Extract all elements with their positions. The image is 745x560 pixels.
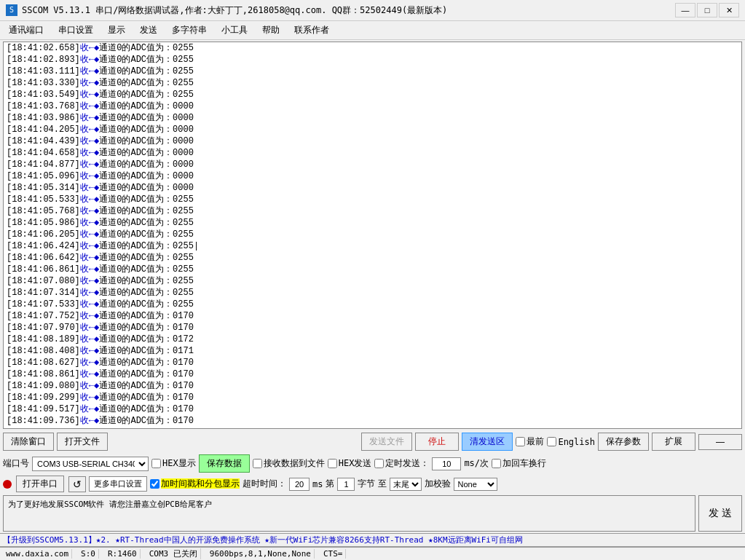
timed-ms-input[interactable]: 10 — [432, 457, 461, 470]
s-count-status: S:0 — [78, 549, 99, 559]
timestamp-label-text: 加时间戳和分包显示 — [161, 478, 240, 489]
send-file-button[interactable]: 发送文件 — [361, 433, 412, 451]
table-row: [18:41:07.970]收←◆通道0的ADC值为：0170 — [7, 322, 738, 334]
send-region-button[interactable]: 清发送区 — [462, 433, 513, 451]
last-checkbox[interactable] — [516, 437, 525, 446]
table-row: [18:41:04.205]收←◆通道0的ADC值为：0000 — [7, 124, 738, 135]
table-row: [18:41:04.439]收←◆通道0的ADC值为：0000 — [7, 135, 738, 147]
byte-input[interactable]: 1 — [337, 478, 355, 491]
table-row: [18:41:07.752]收←◆通道0的ADC值为：0170 — [7, 310, 738, 322]
table-row: [18:41:06.205]收←◆通道0的ADC值为：0255 — [7, 229, 738, 240]
return-checkbox[interactable] — [492, 459, 501, 468]
byte-unit-label: 字节 — [358, 478, 375, 490]
control-bar-3: 打开串口 ↺ 更多串口设置 加时间戳和分包显示 超时时间： 20 ms 第 1 … — [0, 474, 745, 494]
table-row: [18:41:05.096]收←◆通道0的ADC值为：0000 — [7, 170, 738, 182]
send-button[interactable]: 发 送 — [698, 495, 742, 532]
port-status-dot — [3, 480, 12, 489]
save-params-button[interactable]: 保存参数 — [598, 433, 649, 451]
table-row: [18:41:05.768]收←◆通道0的ADC值为：0255 — [7, 205, 738, 217]
table-row: [18:41:09.299]收←◆通道0的ADC值为：0170 — [7, 392, 738, 403]
hex-send-checkbox[interactable] — [328, 459, 337, 468]
table-row: [18:41:07.080]收←◆通道0的ADC值为：0255 — [7, 275, 738, 287]
open-port-label: 打开串口 — [23, 478, 58, 490]
menu-contact[interactable]: 联系作者 — [288, 23, 335, 38]
menu-tools[interactable]: 小工具 — [216, 23, 253, 38]
menu-send[interactable]: 发送 — [134, 23, 163, 38]
timed-send-checkbox[interactable] — [374, 459, 384, 468]
end-select[interactable]: 末尾 — [390, 478, 422, 491]
hex-display-label: HEX显示 — [162, 457, 196, 470]
menu-comm-port[interactable]: 通讯端口 — [3, 23, 50, 38]
stop-button[interactable]: 停止 — [415, 433, 459, 451]
port-status: COM3 已关闭 — [146, 548, 201, 559]
byte-label: 第 — [326, 478, 334, 490]
expand-button[interactable]: 扩展 — [652, 433, 695, 451]
baud-info-status: 9600bps,8,1,None,None — [207, 549, 315, 559]
clear-window-button[interactable]: 清除窗口 — [3, 433, 54, 451]
table-row: [18:41:08.408]收←◆通道0的ADC值为：0171 — [7, 345, 738, 357]
table-row: [18:41:07.533]收←◆通道0的ADC值为：0255 — [7, 299, 738, 310]
timeout-ms-label: ms — [312, 479, 323, 489]
hex-send-wrap: HEX发送 — [328, 457, 372, 470]
table-row: [18:41:03.986]收←◆通道0的ADC值为：0000 — [7, 112, 738, 124]
recv-file-checkbox[interactable] — [253, 459, 262, 468]
open-port-button[interactable]: 打开串口 — [16, 476, 64, 492]
menu-multistring[interactable]: 多字符串 — [166, 23, 213, 38]
data-display-area: [18:41:02.658]收←◆通道0的ADC值为：0255[18:41:02… — [3, 42, 742, 429]
refresh-button[interactable]: ↺ — [68, 476, 86, 492]
app-title: SSCOM V5.13.1 串口/网络数据调试器,作者:大虾丁丁,2618058… — [22, 4, 447, 17]
timeout-input[interactable]: 20 — [289, 478, 310, 491]
menu-help[interactable]: 帮助 — [256, 23, 285, 38]
ticker-bar: 【升级到SSCOM5.13.1】★2. ★RT-Thread中国人的开源免费操作… — [0, 533, 745, 547]
timed-send-label: 定时发送： — [385, 457, 429, 470]
table-row: [18:41:07.314]收←◆通道0的ADC值为：0255 — [7, 287, 738, 299]
port-label: 端口号 — [3, 457, 29, 470]
table-row: [18:41:03.111]收←◆通道0的ADC值为：0255 — [7, 66, 738, 77]
return-label: 加回车换行 — [502, 457, 546, 470]
port-select[interactable]: COM3 USB-SERIAL CH340 — [32, 457, 149, 471]
recv-file-label: 接收数据到文件 — [264, 457, 325, 470]
table-row: [18:41:05.533]收←◆通道0的ADC值为：0255 — [7, 194, 738, 205]
menu-bar: 通讯端口 串口设置 显示 发送 多字符串 小工具 帮助 联系作者 — [0, 21, 745, 40]
timeout-label: 超时时间： — [243, 478, 286, 490]
maximize-button[interactable]: □ — [697, 3, 717, 17]
table-row: [18:41:08.627]收←◆通道0的ADC值为：0170 — [7, 357, 738, 368]
table-row: [18:41:03.330]收←◆通道0的ADC值为：0255 — [7, 77, 738, 89]
cts-status: CTS= — [320, 549, 347, 559]
checksum-select[interactable]: None — [454, 478, 497, 491]
timed-send-wrap: 定时发送： — [374, 457, 429, 470]
timestamp-checkbox[interactable] — [150, 479, 159, 489]
open-file-button[interactable]: 打开文件 — [57, 433, 108, 451]
english-checkbox-wrap: English — [547, 437, 595, 447]
control-bar-1: 清除窗口 打开文件 发送文件 停止 清发送区 最前 English 保存参数 扩… — [0, 430, 745, 453]
menu-display[interactable]: 显示 — [102, 23, 131, 38]
app-icon: S — [6, 4, 17, 16]
ticker-text: 【升级到SSCOM5.13.1】★2. ★RT-Thread中国人的开源免费操作… — [3, 535, 523, 545]
last-label: 最前 — [527, 435, 544, 448]
table-row: [18:41:05.986]收←◆通道0的ADC值为：0255 — [7, 217, 738, 229]
status-bar: www.daxia.com S:0 R:1460 COM3 已关闭 9600bp… — [0, 547, 745, 560]
minus-button[interactable]: — — [698, 434, 742, 450]
more-settings-button[interactable]: 更多串口设置 — [89, 476, 147, 492]
table-row: [18:41:03.549]收←◆通道0的ADC值为：0255 — [7, 89, 738, 100]
menu-port-settings[interactable]: 串口设置 — [52, 23, 99, 38]
minimize-button[interactable]: — — [675, 3, 695, 17]
hex-display-checkbox[interactable] — [151, 459, 161, 468]
table-row: [18:41:09.080]收←◆通道0的ADC值为：0170 — [7, 380, 738, 392]
save-data-button[interactable]: 保存数据 — [199, 454, 250, 473]
send-area: 为了更好地发展SSCOM软件 请您注册嘉立创PCB给尾客户 发 送 — [0, 494, 745, 533]
table-row: [18:41:08.861]收←◆通道0的ADC值为：0170 — [7, 368, 738, 380]
english-checkbox[interactable] — [547, 437, 556, 446]
last-checkbox-wrap: 最前 — [516, 435, 544, 448]
table-row: [18:41:04.877]收←◆通道0的ADC值为：0000 — [7, 159, 738, 170]
control-bar-2: 端口号 COM3 USB-SERIAL CH340 HEX显示 保存数据 接收数… — [0, 453, 745, 474]
table-row: [18:41:08.189]收←◆通道0的ADC值为：0172 — [7, 334, 738, 345]
timed-ms-label: ms/次 — [464, 457, 489, 470]
table-row: [18:41:06.861]收←◆通道0的ADC值为：0255 — [7, 264, 738, 275]
table-row: [18:41:06.424]收←◆通道0的ADC值为：0255| — [7, 240, 738, 252]
title-bar: S SSCOM V5.13.1 串口/网络数据调试器,作者:大虾丁丁,26180… — [0, 0, 745, 21]
open-port-area: 打开串口 ↺ — [3, 476, 86, 492]
close-button[interactable]: ✕ — [719, 3, 739, 17]
to-label: 至 — [378, 478, 387, 490]
timestamp-wrap: 加时间戳和分包显示 — [150, 478, 240, 490]
